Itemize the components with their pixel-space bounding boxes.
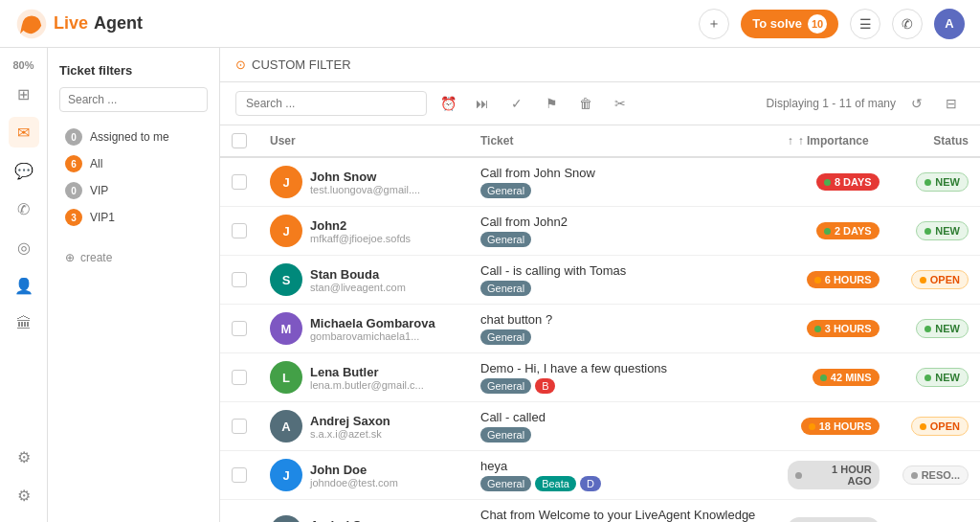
row-checkbox[interactable] [232,223,247,238]
importance-dot [814,326,821,332]
row-checkbox[interactable] [232,467,247,483]
row-checkbox[interactable] [232,174,247,190]
ticket-title: Call from John2 [480,215,765,229]
user-avatar[interactable]: A [934,9,965,39]
thin-sidebar: 80% ⊞ ✉ 💬 ✆ ◎ 👤 🏛 ⚙ ⚙ [0,48,48,522]
filters-title: Ticket filters [59,63,208,78]
settings-nav-icon[interactable]: ⚙ [9,442,39,472]
filter-vip1[interactable]: 3 VIP1 [59,204,208,231]
sort-arrow-icon: ↑ [788,134,793,148]
status-cell: RESO... [891,451,980,500]
logo[interactable]: LiveAgent [15,8,143,40]
user-name: John Doe [310,463,398,477]
ticket-title: heya [480,459,765,473]
status-badge: NEW [916,221,969,240]
flag-icon[interactable]: ⚑ [538,90,565,117]
zoom-label: 80% [12,59,33,71]
monitor-nav-icon[interactable]: ◎ [9,232,39,262]
admin-nav-icon[interactable]: ⚙ [9,480,39,511]
row-checkbox-cell [220,305,258,353]
ticket-tags: General [480,281,765,296]
check-icon[interactable]: ✓ [503,90,530,117]
row-checkbox[interactable] [232,321,247,336]
ticket-search-input[interactable] [235,91,427,116]
table-row[interactable]: J John2 mfkaff@jfioejoe.sofds Call from … [220,207,980,256]
table-row[interactable]: M Michaela Gombarova gombarovamichaela1.… [220,305,980,353]
custom-filter-text: CUSTOM FILTER [252,57,351,72]
table-row[interactable]: S Stan Bouda stan@liveagent.com Call - i… [220,256,980,305]
refresh-icon[interactable]: ↺ [903,90,930,117]
ticket-title: chat button ? [480,312,765,327]
tickets-table: User Ticket ↑ ↑ Importance Status [220,125,980,522]
filter-all[interactable]: 6 All [59,150,208,177]
tosolve-count: 10 [808,14,827,34]
table-header-row: User Ticket ↑ ↑ Importance Status [220,125,980,157]
ticket-title: Demo - Hi, I have a few questions [480,361,765,375]
phone-nav-icon2[interactable]: ✆ [9,193,39,224]
header-importance[interactable]: ↑ ↑ Importance [776,125,891,157]
ticket-title: Call - is calling with Tomas [480,263,765,278]
filter-vip[interactable]: 0 VIP [59,177,208,204]
filters-sidebar: Ticket filters 0 Assigned to me 6 All 0 … [48,48,220,522]
status-badge: RESO... [902,465,969,485]
row-checkbox[interactable] [232,370,247,385]
status-dot [911,472,918,479]
table-row[interactable]: L Lena Butler lena.m.butler@gmail.c... D… [220,353,980,402]
importance-badge: 2 DAYS [816,222,880,239]
wrench-icon[interactable]: ✂ [607,90,634,117]
status-cell: OPEN [891,402,980,451]
table-row[interactable]: J John Snow test.luongova@gmail.... Call… [220,157,980,207]
table-row[interactable]: A Andrej Saxon andrejsaxon@gmail.c... Ch… [220,500,980,523]
table-row[interactable]: A Andrej Saxon s.a.x.i@azet.sk Call - ca… [220,402,980,451]
phone-nav-icon[interactable]: ✆ [892,9,923,39]
tag: General [480,183,531,198]
row-checkbox-cell [220,451,258,500]
add-button[interactable]: ＋ [699,9,729,39]
contacts-nav-icon[interactable]: 👤 [9,270,39,301]
toolbar: ⏰ ⏭ ✓ ⚑ 🗑 ✂ Displaying 1 - 11 of many ↺ … [220,82,980,125]
ticket-cell: Call - is calling with Tomas General [469,256,776,305]
forward-icon[interactable]: ⏭ [469,90,496,117]
ticket-cell: Demo - Hi, I have a few questions Genera… [469,353,776,402]
header-checkbox[interactable] [232,133,247,148]
importance-badge: 42 MINS [813,369,880,386]
tag: General [480,476,531,491]
ticket-title: Call - called [480,410,765,424]
layout: 80% ⊞ ✉ 💬 ✆ ◎ 👤 🏛 ⚙ ⚙ Ticket filters 0 A… [0,48,980,522]
status-cell: RESO... [891,500,980,523]
status-badge: NEW [916,172,969,192]
chat-nav-icon[interactable]: ☰ [850,9,880,39]
importance-badge: 6 HOURS [807,271,880,288]
ticket-tags: General [480,427,765,443]
user-name: Stan Bouda [310,267,406,282]
user-avatar-icon: M [270,312,302,345]
row-checkbox-cell [220,402,258,451]
user-name: Andrej Saxon [310,518,420,522]
row-checkbox[interactable] [232,419,247,434]
email-nav-icon[interactable]: ✉ [9,117,39,148]
status-dot [924,228,931,235]
dashboard-nav-icon[interactable]: ⊞ [9,79,39,109]
columns-icon[interactable]: ⊟ [938,90,965,117]
create-filter-button[interactable]: ⊕ create [59,246,208,269]
chat-nav-icon2[interactable]: 💬 [9,155,39,186]
user-avatar-icon: J [270,166,302,198]
table-row[interactable]: J John Doe johndoe@test.com heya General… [220,451,980,500]
filter-assigned[interactable]: 0 Assigned to me [59,124,208,150]
importance-badge: 5 HOURS AGO [788,517,880,523]
importance-cell: 42 MINS [776,353,891,402]
user-cell: S Stan Bouda stan@liveagent.com [258,256,469,305]
tosolve-button[interactable]: To solve 10 [741,10,838,38]
filters-search-input[interactable] [59,87,208,112]
user-info: Stan Bouda stan@liveagent.com [310,267,406,293]
clock-filter-icon[interactable]: ⏰ [434,90,461,117]
reports-nav-icon[interactable]: 🏛 [9,308,39,339]
row-checkbox[interactable] [232,272,247,287]
status-badge: OPEN [911,417,969,436]
user-name: John2 [310,218,411,233]
trash-icon[interactable]: 🗑 [572,90,599,117]
table-wrapper: User Ticket ↑ ↑ Importance Status [220,125,980,522]
logo-live: Live [54,13,88,34]
status-cell: NEW [891,305,980,353]
displaying-text: Displaying 1 - 11 of many [767,97,896,110]
